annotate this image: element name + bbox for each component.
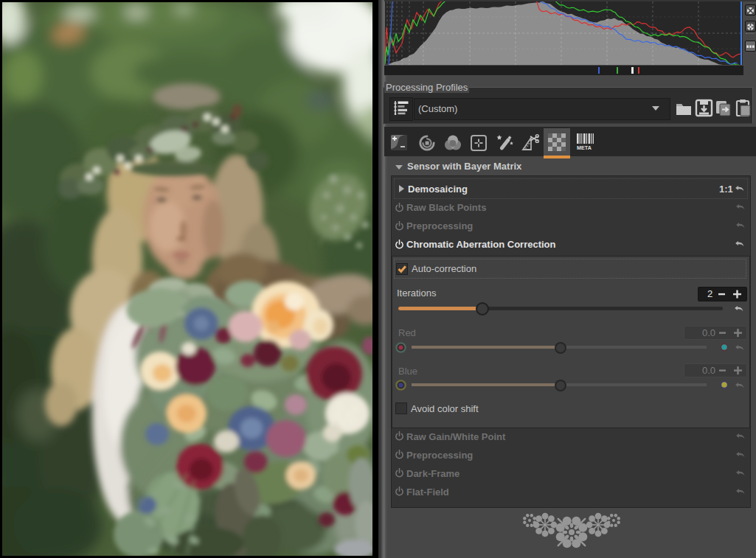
svg-text:META: META [577,144,592,151]
